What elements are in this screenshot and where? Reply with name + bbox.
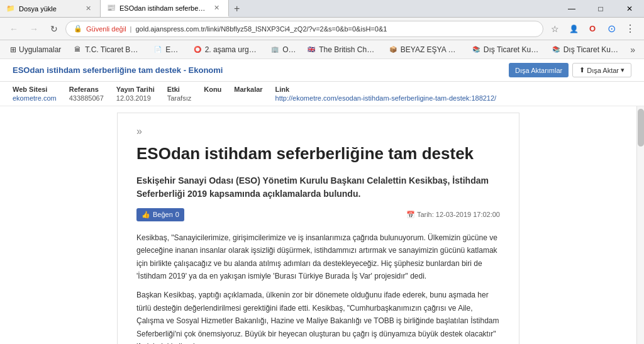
menu-icon[interactable]: ⋮	[621, 20, 639, 38]
bookmark-label-5: The British Chambe...	[319, 45, 377, 54]
bookmark-4[interactable]: 🏢 OAİB	[265, 42, 300, 57]
bookmark-8[interactable]: 📚 Dış Ticaret Kursu İz...	[546, 42, 626, 57]
meta-referans-value: 433885067	[69, 94, 104, 102]
meta-referans: Referans 433885067	[69, 86, 104, 102]
new-tab-button[interactable]: +	[229, 0, 245, 17]
bookmark-label-3: 2. aşama urge tebliğ	[205, 45, 259, 54]
tab-label-2: ESOdan istihdam seferberliğine t...	[119, 4, 208, 12]
tab-label-1: Dosya yükle	[19, 5, 79, 13]
meta-web-sitesi: Web Sitesi ekometre.com	[13, 86, 57, 102]
url-separator: |	[130, 25, 132, 33]
back-button[interactable]: ←	[5, 20, 23, 38]
bookmark-favicon-5: 🇬🇧	[306, 45, 316, 55]
bookmark-favicon-7: 📚	[471, 45, 481, 55]
security-label: Güvenli değil	[86, 25, 126, 33]
thumbs-up-icon: 👍	[142, 211, 150, 219]
article-paragraph-2: Başkan Kesikbaş, yaptığı açıklamada, ülk…	[136, 289, 500, 344]
user-profile-icon[interactable]: 👤	[565, 20, 582, 38]
share-chevron-icon: ▾	[621, 66, 625, 74]
bookmark-favicon-6: 📦	[388, 45, 398, 55]
meta-yayin-tarihi-value: 12.03.2019	[116, 94, 155, 102]
meta-link-label: Link	[275, 86, 497, 93]
meta-yayin-tarihi: Yayın Tarihi 12.03.2019	[116, 86, 155, 102]
bookmark-3[interactable]: ⭕ 2. aşama urge tebliğ	[187, 42, 264, 57]
minimize-button[interactable]: —	[557, 0, 586, 18]
bookmark-label-7: Dış Ticaret Kursu - ...	[484, 45, 540, 54]
article-title: ESOdan istihdam seferberliğine tam deste…	[136, 143, 500, 165]
tab-article[interactable]: 📰 ESOdan istihdam seferberliğine t... ✕	[101, 0, 229, 17]
article-nav-arrow: »	[136, 126, 500, 137]
bookmark-1[interactable]: 🏛 T.C. Ticaret Bakanlı...	[67, 42, 147, 57]
share-label: Dışa Aktar	[587, 67, 619, 74]
close-button[interactable]: ✕	[615, 0, 644, 18]
article-paragraph-1: Kesikbaş, "Sanayicilerimize, girişimcile…	[136, 231, 500, 283]
bookmark-favicon-8: 📚	[551, 45, 561, 55]
star-icon[interactable]: ☆	[546, 20, 564, 38]
scrollbar-track[interactable]	[636, 106, 644, 344]
bookmark-2[interactable]: 📄 EODA	[148, 42, 186, 57]
meta-yayin-tarihi-label: Yayın Tarihi	[116, 86, 155, 93]
calendar-icon: 📅	[406, 211, 415, 218]
share-icon: ⬆	[579, 66, 585, 74]
url-text: gold.ajanspress.com.tr/linki/N8bflyz58_l…	[135, 25, 387, 33]
like-count: 0	[175, 211, 179, 218]
article-subtitle: Eskişehir Sanayi Odası (ESO) Yönetim Kur…	[136, 174, 500, 201]
article-date: 📅 Tarih: 12-03-2019 17:02:00	[406, 211, 500, 219]
article-frame: » ESOdan istihdam seferberliğine tam des…	[117, 113, 519, 344]
share-button[interactable]: ⬆ Dışa Aktar ▾	[572, 63, 631, 77]
date-text: Tarih: 12-03-2019 17:02:00	[417, 211, 500, 218]
bookmarks-bar: ⊞ Uygulamalar 🏛 T.C. Ticaret Bakanlı... …	[0, 40, 644, 59]
bookmark-label-2: EODA	[165, 45, 180, 54]
meta-etki-value: Tarafsız	[167, 94, 192, 102]
title-bar: 📁 Dosya yükle ✕ 📰 ESOdan istihdam seferb…	[0, 0, 644, 18]
bookmark-5[interactable]: 🇬🇧 The British Chambe...	[301, 42, 382, 57]
sync-icon[interactable]: ⊙	[602, 20, 620, 38]
like-label: Beğen	[153, 211, 173, 218]
toolbar-icons: ☆ 👤 O ⊙ ⋮	[546, 20, 639, 38]
bookmark-7[interactable]: 📚 Dış Ticaret Kursu - ...	[466, 42, 545, 57]
bookmark-label-8: Dış Ticaret Kursu İz...	[564, 45, 621, 54]
meta-konu-label: Konu	[204, 86, 221, 93]
tab-close-1[interactable]: ✕	[83, 3, 94, 14]
meta-konu: Konu	[204, 86, 221, 102]
window-controls: — □ ✕	[557, 0, 644, 17]
meta-markalar: Markalar	[234, 86, 262, 102]
meta-link: Link http://ekometre.com/esodan-istihdam…	[275, 86, 497, 102]
tab-close-2[interactable]: ✕	[211, 3, 222, 13]
forward-button[interactable]: →	[25, 20, 43, 38]
bookmark-favicon-3: ⭕	[192, 45, 203, 55]
bookmark-favicon-4: 🏢	[270, 45, 280, 55]
bookmark-label-1: T.C. Ticaret Bakanlı...	[85, 45, 142, 54]
content-area[interactable]: » ESOdan istihdam seferberliğine tam des…	[0, 106, 636, 344]
scrollbar-thumb[interactable]	[638, 109, 644, 147]
meta-referans-label: Referans	[69, 86, 104, 93]
meta-etki: Etki Tarafsız	[167, 86, 192, 102]
bookmark-favicon-2: 📄	[153, 45, 163, 55]
maximize-button[interactable]: □	[586, 0, 615, 18]
page-header: ESOdan istihdam seferberliğine tam deste…	[0, 59, 644, 82]
page-title: ESOdan istihdam seferberliğine tam deste…	[13, 65, 223, 75]
page-toolbar: Dışa Aktarımlar ⬆ Dışa Aktar ▾	[509, 63, 631, 77]
bookmark-label-6: BEYAZ EŞYA PROJE ...	[401, 45, 460, 54]
security-icon: 🔒	[74, 25, 82, 33]
bookmark-favicon-1: 🏛	[72, 45, 82, 55]
social-date-row: 👍 Beğen 0 📅 Tarih: 12-03-2019 17:02:00	[136, 208, 500, 221]
bookmarks-more-button[interactable]: »	[626, 42, 639, 57]
like-button[interactable]: 👍 Beğen 0	[136, 208, 184, 221]
apps-button[interactable]: ⊞ Uygulamalar	[5, 43, 66, 57]
reload-button[interactable]: ↻	[45, 20, 63, 38]
meta-markalar-label: Markalar	[234, 86, 262, 93]
tab-favicon-2: 📰	[107, 4, 116, 12]
meta-web-sitesi-value[interactable]: ekometre.com	[13, 94, 57, 102]
tab-favicon-1: 📁	[6, 4, 15, 13]
article-body: Kesikbaş, "Sanayicilerimize, girişimcile…	[136, 231, 500, 344]
tab-file-upload[interactable]: 📁 Dosya yükle ✕	[0, 0, 101, 17]
main-area: ESOdan istihdam seferberliğine tam deste…	[0, 59, 644, 344]
export-button[interactable]: Dışa Aktarımlar	[509, 63, 569, 77]
opera-icon[interactable]: O	[584, 20, 601, 38]
address-input[interactable]: 🔒 Güvenli değil | gold.ajanspress.com.tr…	[65, 21, 543, 37]
meta-etki-label: Etki	[167, 86, 192, 93]
meta-link-value[interactable]: http://ekometre.com/esodan-istihdam-sefe…	[275, 94, 497, 102]
bookmark-6[interactable]: 📦 BEYAZ EŞYA PROJE ...	[383, 42, 465, 57]
content-wrapper: » ESOdan istihdam seferberliğine tam des…	[0, 106, 644, 344]
